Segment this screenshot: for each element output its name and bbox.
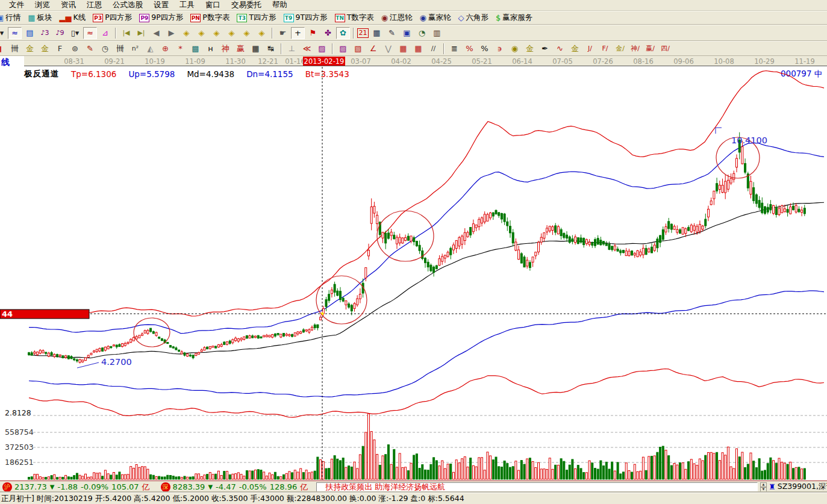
- gold-gauge-1-icon[interactable]: 金: [23, 43, 37, 55]
- notch-tool-icon[interactable]: ʜ: [204, 43, 217, 55]
- bars-9-icon[interactable]: ♪9: [53, 27, 67, 39]
- trend-zigzag-icon[interactable]: ≈: [8, 27, 22, 39]
- j-angle-icon[interactable]: J/: [583, 43, 597, 55]
- notes-edit-icon[interactable]: ✎: [385, 27, 399, 39]
- toolbutton-p-table[interactable]: PNP数字表: [187, 13, 233, 23]
- toolbutton-quotes[interactable]: ▣行情: [0, 13, 24, 23]
- diamond-left-icon[interactable]: ◈: [179, 27, 193, 39]
- save-disk-icon[interactable]: ▣: [400, 27, 414, 39]
- shen-angle-icon[interactable]: 神/: [628, 43, 642, 55]
- ying-gauge-icon[interactable]: 赢: [234, 43, 248, 55]
- spin-down-button[interactable]: ▼: [760, 487, 767, 492]
- menu-item-文件[interactable]: 文件: [4, 0, 30, 10]
- news-ticker[interactable]: 扶持政策频出 助海洋经济扬帆远航: [316, 482, 757, 492]
- f-gauge-icon[interactable]: F: [53, 43, 67, 55]
- angle-sail-icon[interactable]: ◭: [143, 43, 157, 55]
- diamond-star-icon[interactable]: ◈: [240, 27, 254, 39]
- ying-angle-icon[interactable]: 赢/: [643, 43, 657, 55]
- ray-box-1-icon[interactable]: ▨: [315, 43, 329, 55]
- net-chart-icon[interactable]: ◔: [415, 27, 429, 39]
- percent-strike-icon[interactable]: %: [463, 43, 476, 55]
- circle-cross-icon[interactable]: ⊕: [158, 43, 172, 55]
- shen-gauge-icon[interactable]: 神: [219, 43, 232, 55]
- toolbutton-t-square[interactable]: T3T四方形: [233, 13, 279, 23]
- candle-style-dropdown-icon[interactable]: ▯▾: [68, 27, 82, 39]
- toolbutton-gann-wheel[interactable]: ◉江恩轮: [378, 13, 416, 23]
- menu-item-窗口[interactable]: 窗口: [200, 0, 226, 10]
- cycle-gauge-icon[interactable]: ◷: [98, 43, 112, 55]
- wave-box-icon[interactable]: ∿: [553, 43, 567, 55]
- matrix-calc-icon[interactable]: ▦: [370, 27, 384, 39]
- gold-line-icon[interactable]: 金: [568, 43, 582, 55]
- si-angle-icon[interactable]: 四/: [658, 43, 672, 55]
- first-page-icon[interactable]: |◀: [119, 27, 133, 39]
- f-angle-icon[interactable]: F/: [598, 43, 612, 55]
- diamond-expand-icon[interactable]: ◈: [210, 27, 223, 39]
- v-dots-icon[interactable]: ⋁: [381, 43, 395, 55]
- red-grid-2-icon[interactable]: ▦: [411, 43, 425, 55]
- brush-tool-icon[interactable]: ◖: [0, 43, 7, 55]
- toolbutton-blocks[interactable]: ▦板块: [24, 13, 55, 23]
- ink-marker-icon[interactable]: ✒: [538, 43, 552, 55]
- gold-angle-icon[interactable]: 金/: [613, 43, 627, 55]
- menu-item-工具[interactable]: 工具: [174, 0, 200, 10]
- candlestick-chart[interactable]: 2.81285587543725031862514410.41004.2700: [0, 66, 827, 480]
- shenzhen-index-quote[interactable]: 8283.39 ▼ -4.47 -0.05% 128.96亿: [173, 482, 308, 493]
- toolbutton-t9-square[interactable]: T99T四方形: [280, 13, 331, 23]
- diamond-plus-icon[interactable]: ◈: [255, 27, 269, 39]
- comb-dense-icon[interactable]: 卌: [113, 43, 127, 55]
- marker-pen-icon[interactable]: ✎: [83, 43, 97, 55]
- red-grid-1-icon[interactable]: ▦: [396, 43, 410, 55]
- diamond-right-icon[interactable]: ◈: [195, 27, 208, 39]
- menu-item-设置[interactable]: 设置: [148, 0, 174, 10]
- toolbutton-winner-service[interactable]: $赢家服务: [492, 13, 536, 23]
- toolbutton-kline[interactable]: ▂▅K线: [56, 13, 90, 23]
- calendar-21-icon[interactable]: 21: [357, 28, 369, 38]
- slash-lines-icon[interactable]: //: [426, 43, 440, 55]
- menu-item-公式选股[interactable]: 公式选股: [107, 0, 148, 10]
- menu-item-浏览[interactable]: 浏览: [30, 0, 55, 10]
- ray-box-3-icon[interactable]: ▧: [351, 43, 365, 55]
- price-list-icon[interactable]: ≣: [448, 43, 461, 55]
- list-view-icon[interactable]: ▤: [23, 27, 37, 39]
- gold-level-icon[interactable]: 金: [523, 43, 537, 55]
- gann-seal-icon[interactable]: ✤: [321, 27, 335, 39]
- last-page-icon[interactable]: ▶|: [134, 27, 148, 39]
- bars-3-icon[interactable]: ♪3: [38, 27, 52, 39]
- volume-profile-icon[interactable]: ⊿: [98, 27, 112, 39]
- shanghai-index-quote[interactable]: 2137.73 ▼ -1.88 -0.09% 105.07亿: [14, 482, 150, 493]
- menu-item-江恩[interactable]: 江恩: [81, 0, 107, 10]
- gold-circle-icon[interactable]: ◉: [508, 43, 522, 55]
- ray-fan-icon[interactable]: ≪: [300, 43, 314, 55]
- menu-item-资讯[interactable]: 资讯: [55, 0, 81, 10]
- angle-rays-icon[interactable]: ∠: [366, 43, 380, 55]
- toolbutton-t-table[interactable]: TNT数字表: [331, 13, 378, 23]
- n2-gauge-icon[interactable]: n²: [128, 43, 142, 55]
- wave-tool-icon[interactable]: ✿: [336, 27, 350, 39]
- web-box-icon[interactable]: ▩: [189, 43, 202, 55]
- mark-pin-icon[interactable]: ⚑: [306, 27, 320, 39]
- chart-style-dropdown-icon[interactable]: ▮▾: [0, 27, 7, 39]
- toolbutton-hexagon[interactable]: ◇六角形: [454, 13, 492, 23]
- gold-gauge-2-icon[interactable]: 金: [38, 43, 52, 55]
- width-marker-icon[interactable]: ↹: [264, 43, 278, 55]
- toolbutton-p-square[interactable]: P3P四方形: [89, 13, 136, 23]
- spiral-tool-icon[interactable]: ⊚: [68, 43, 82, 55]
- star-web-icon[interactable]: *: [173, 43, 187, 55]
- gann-zigzag-icon[interactable]: ≈: [83, 27, 97, 39]
- menu-item-交易委托[interactable]: 交易委托: [226, 0, 267, 10]
- frame-tool-icon[interactable]: ⊥: [285, 43, 299, 55]
- prev-page-icon[interactable]: ◀: [149, 27, 163, 39]
- crosshair-icon[interactable]: +: [291, 27, 305, 39]
- menu-item-帮助[interactable]: 帮助: [267, 0, 293, 10]
- toolbutton-p9-square[interactable]: P99P四方形: [136, 13, 187, 23]
- grid-ruler-icon[interactable]: ▦: [249, 43, 263, 55]
- percent-icon[interactable]: %: [478, 43, 492, 55]
- hand-drag-icon[interactable]: ☛: [276, 27, 290, 39]
- ray-box-2-icon[interactable]: ▨: [336, 43, 350, 55]
- toolbutton-winner-wheel[interactable]: ◉赢家轮: [416, 13, 455, 23]
- diamond-center-icon[interactable]: ◈: [225, 27, 239, 39]
- spin-up-button[interactable]: ▲: [760, 482, 767, 487]
- ruler-comb-icon[interactable]: 卌: [8, 43, 22, 55]
- next-page-icon[interactable]: ▶: [164, 27, 178, 39]
